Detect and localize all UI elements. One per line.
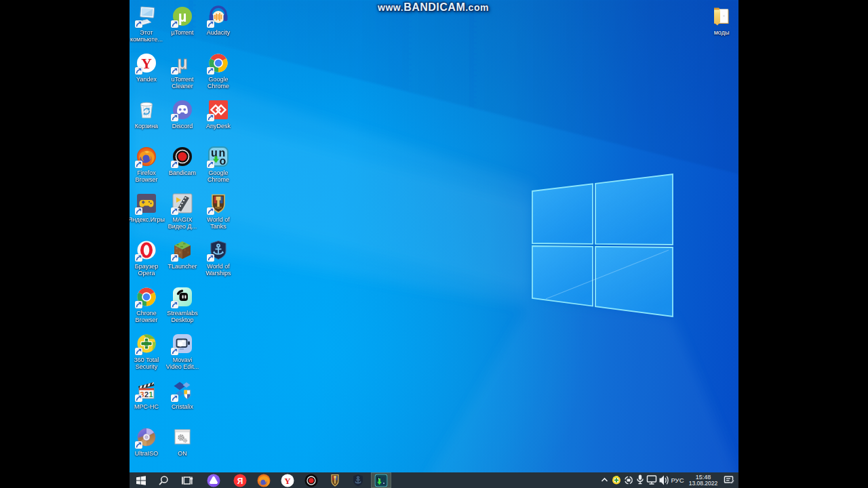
svg-text:Y: Y [141,55,152,72]
svg-text:Я: Я [237,476,243,485]
svg-text:1: 1 [149,390,153,399]
svg-text:Y: Y [284,476,291,486]
svg-text:µ: µ [178,8,187,25]
svg-text:o: o [220,155,226,167]
svg-text:2: 2 [144,390,149,399]
svg-text:µ: µ [177,53,188,73]
